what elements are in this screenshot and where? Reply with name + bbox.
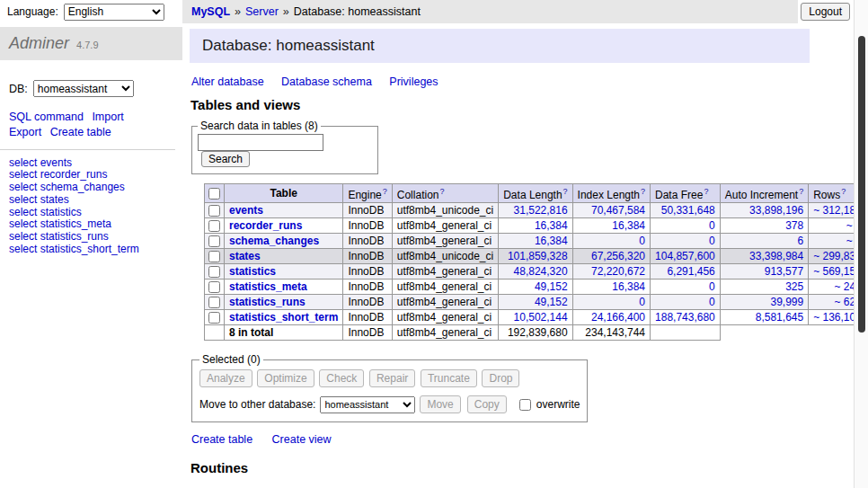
export-link[interactable]: Export — [9, 126, 41, 138]
scrollbar[interactable] — [854, 0, 868, 488]
rows-link[interactable]: ~ 3 — [846, 235, 854, 247]
sidebar-item-select-statistics-meta[interactable]: select statistics_meta — [9, 218, 182, 231]
copy-button[interactable]: Copy — [467, 395, 507, 413]
language-select[interactable]: English — [64, 4, 164, 21]
data-length-link[interactable]: 16,384 — [535, 235, 568, 247]
table-link[interactable]: statistics_short_term — [229, 311, 338, 324]
select-all-checkbox[interactable] — [208, 188, 220, 200]
app-name[interactable]: Adminer — [9, 34, 69, 52]
index-length-link[interactable]: 72,220,672 — [591, 265, 645, 278]
create-view-link[interactable]: Create view — [272, 433, 332, 446]
data-free-link[interactable]: 0 — [709, 296, 715, 308]
index-length-link[interactable]: 16,384 — [612, 219, 645, 232]
data-free-link[interactable]: 188,743,680 — [655, 311, 715, 324]
index-length-link[interactable]: 0 — [639, 235, 645, 247]
truncate-button[interactable]: Truncate — [421, 369, 477, 387]
auto-increment-link[interactable]: 378 — [785, 219, 803, 232]
row-checkbox[interactable] — [208, 297, 220, 308]
overwrite-label[interactable]: overwrite — [536, 398, 580, 411]
db-select[interactable]: homeassistant — [33, 80, 134, 97]
data-free-link[interactable]: 0 — [709, 280, 715, 293]
database-schema-link[interactable]: Database schema — [281, 75, 372, 88]
search-input[interactable] — [198, 134, 323, 151]
data-length-link[interactable]: 31,522,816 — [514, 204, 568, 217]
alter-database-link[interactable]: Alter database — [191, 75, 264, 88]
drop-button[interactable]: Drop — [482, 369, 519, 387]
create-table-main-link[interactable]: Create table — [191, 433, 252, 446]
analyze-button[interactable]: Analyze — [199, 369, 252, 387]
move-database-select[interactable]: homeassistant — [320, 396, 415, 413]
index-length-link[interactable]: 70,467,584 — [591, 204, 645, 217]
index-length-link[interactable]: 0 — [639, 296, 645, 308]
rows-link[interactable]: ~ 244 — [835, 280, 855, 293]
rows-link[interactable]: ~ 299,833 — [813, 250, 854, 262]
sql-command-link[interactable]: SQL command — [9, 111, 84, 123]
breadcrumb-mysql-link[interactable]: MySQL — [191, 5, 230, 18]
data-length-link[interactable]: 49,152 — [535, 280, 568, 293]
breadcrumb-server-link[interactable]: Server — [245, 5, 279, 18]
data-length-link[interactable]: 48,824,320 — [514, 265, 568, 278]
rows-link[interactable]: ~ 5 — [846, 219, 854, 232]
sidebar-item-select-events[interactable]: select events — [9, 157, 182, 170]
table-link[interactable]: statistics — [229, 265, 276, 278]
help-icon[interactable]: ? — [563, 187, 568, 196]
table-link[interactable]: statistics_runs — [229, 296, 306, 308]
sidebar-item-select-states[interactable]: select states — [9, 194, 182, 207]
rows-link[interactable]: ~ 569,159 — [813, 265, 854, 278]
move-button[interactable]: Move — [420, 395, 460, 413]
auto-increment-link[interactable]: 913,577 — [765, 265, 803, 278]
help-icon[interactable]: ? — [841, 187, 846, 196]
rows-link[interactable]: ~ 312,180 — [813, 204, 854, 217]
privileges-link[interactable]: Privileges — [389, 75, 438, 88]
rows-link[interactable]: ~ 136,108 — [813, 311, 854, 324]
sidebar-item-select-statistics[interactable]: select statistics — [9, 207, 182, 219]
data-length-link[interactable]: 101,859,328 — [508, 250, 568, 262]
auto-increment-link[interactable]: 8,581,645 — [756, 311, 803, 324]
row-checkbox[interactable] — [208, 312, 220, 324]
table-link[interactable]: states — [229, 250, 261, 262]
rows-link[interactable]: ~ 628 — [835, 296, 855, 308]
table-link[interactable]: statistics_meta — [229, 280, 307, 293]
create-table-link[interactable]: Create table — [50, 126, 111, 138]
data-length-link[interactable]: 49,152 — [535, 296, 568, 308]
help-icon[interactable]: ? — [641, 187, 645, 196]
row-checkbox[interactable] — [208, 281, 220, 293]
sidebar-item-select-schema-changes[interactable]: select schema_changes — [9, 182, 182, 194]
check-button[interactable]: Check — [319, 369, 364, 387]
index-length-link[interactable]: 24,166,400 — [591, 311, 645, 324]
table-link[interactable]: schema_changes — [229, 235, 319, 247]
table-link[interactable]: recorder_runs — [229, 219, 302, 232]
sidebar-item-select-recorder-runs[interactable]: select recorder_runs — [9, 169, 182, 182]
search-button[interactable]: Search — [201, 151, 250, 167]
auto-increment-link[interactable]: 6 — [797, 235, 803, 247]
help-icon[interactable]: ? — [383, 187, 387, 196]
table-link[interactable]: events — [229, 204, 263, 217]
row-checkbox[interactable] — [208, 205, 220, 217]
index-length-link[interactable]: 16,384 — [612, 280, 645, 293]
sidebar-item-select-statistics-runs[interactable]: select statistics_runs — [9, 231, 182, 244]
row-checkbox[interactable] — [208, 251, 220, 262]
optimize-button[interactable]: Optimize — [257, 369, 314, 387]
index-length-link[interactable]: 67,256,320 — [591, 250, 645, 262]
data-length-link[interactable]: 16,384 — [535, 219, 568, 232]
overwrite-checkbox[interactable] — [519, 399, 531, 411]
auto-increment-link[interactable]: 33,898,196 — [749, 204, 803, 217]
sidebar-item-select-statistics-short-term[interactable]: select statistics_short_term — [9, 244, 182, 256]
help-icon[interactable]: ? — [439, 187, 444, 196]
row-checkbox[interactable] — [208, 266, 220, 278]
data-free-link[interactable]: 50,331,648 — [661, 204, 715, 217]
data-length-link[interactable]: 10,502,144 — [514, 311, 568, 324]
auto-increment-link[interactable]: 33,398,984 — [749, 250, 803, 262]
scrollbar-thumb[interactable] — [858, 36, 865, 333]
repair-button[interactable]: Repair — [369, 369, 415, 387]
import-link[interactable]: Import — [92, 111, 123, 123]
auto-increment-link[interactable]: 325 — [785, 280, 803, 293]
help-icon[interactable]: ? — [799, 187, 803, 196]
data-free-link[interactable]: 0 — [709, 235, 715, 247]
row-checkbox[interactable] — [208, 220, 220, 232]
auto-increment-link[interactable]: 39,999 — [770, 296, 803, 308]
data-free-link[interactable]: 6,291,456 — [667, 265, 714, 278]
data-free-link[interactable]: 104,857,600 — [655, 250, 715, 262]
data-free-link[interactable]: 0 — [709, 219, 715, 232]
logout-button[interactable]: Logout — [801, 3, 850, 21]
